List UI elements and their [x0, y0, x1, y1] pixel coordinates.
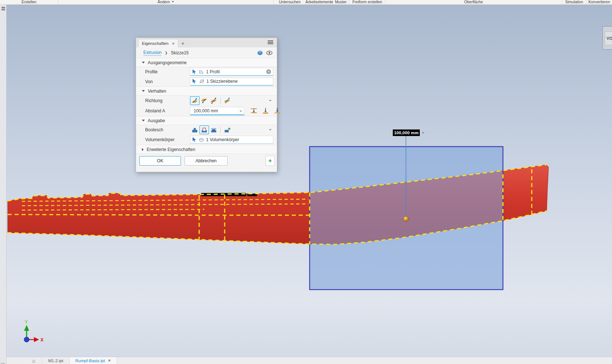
volumenkoerper-label: Volumenkörper	[145, 137, 190, 142]
boolesch-options-caret-icon[interactable]	[269, 129, 272, 131]
section-erweiterte-eigenschaften[interactable]: Erweiterte Eigenschaften	[136, 145, 277, 154]
boolean-join-button[interactable]	[190, 125, 200, 134]
richtung-row: Richtung	[136, 96, 277, 106]
direction-asymmetric-button[interactable]	[222, 96, 232, 105]
clear-selection-icon[interactable]: ✕	[266, 69, 271, 74]
add-tab-button[interactable]: +	[178, 39, 187, 47]
cancel-button[interactable]: Abbrechen	[185, 156, 228, 166]
select-cursor-icon	[192, 79, 197, 84]
panel-menu-icon[interactable]	[268, 40, 273, 44]
section-ausgabe[interactable]: Ausgabe	[136, 116, 277, 125]
y-axis-label: Y	[25, 320, 28, 325]
distance-input[interactable]	[190, 107, 238, 115]
home-tab-icon[interactable]: ⌂	[26, 357, 42, 364]
document-tab-m1-2[interactable]: M1-2.ipt	[42, 357, 70, 364]
von-row: Von 1 Skizzierebene	[136, 77, 277, 86]
corner-chevron-icon	[1, 360, 6, 363]
profile-label: Profile	[145, 69, 190, 74]
profile-selector-field[interactable]: 1 Profil ✕	[190, 68, 273, 76]
collapse-arrow-icon	[142, 62, 145, 63]
document-tab-rumpf-basis[interactable]: Rumpf-Basis.ipt ✕	[70, 357, 117, 364]
profile-geometry-icon	[199, 69, 204, 74]
richtung-options-caret-icon[interactable]	[269, 100, 272, 101]
ok-button[interactable]: OK	[139, 156, 181, 166]
y-axis-arrow-icon	[24, 325, 29, 331]
tab-close-icon[interactable]: ✕	[172, 42, 175, 46]
breadcrumb-sketch-item: Skizze15	[171, 50, 189, 55]
ribbon-group-oberflaeche[interactable]: Oberfläche	[386, 0, 562, 5]
extent-to-surface-button[interactable]	[272, 107, 282, 115]
origin-point-icon	[24, 337, 29, 342]
browser-menu-icon[interactable]	[1, 7, 5, 10]
ribbon-group-muster[interactable]: Muster	[333, 0, 349, 5]
ribbon-group-simulation[interactable]: Simulation	[562, 0, 586, 5]
ribbon-group-konvertieren[interactable]: Konvertieren	[586, 0, 612, 5]
axis-triad: Y X	[24, 320, 43, 342]
boolesch-row: Boolesch	[136, 125, 277, 135]
boolesch-label: Boolesch	[145, 127, 190, 132]
boolean-intersect-button[interactable]	[209, 125, 218, 134]
boolean-new-solid-button[interactable]	[222, 125, 232, 134]
tab-eigenschaften[interactable]: Eigenschaften ✕	[138, 39, 178, 47]
select-cursor-icon	[192, 137, 197, 142]
select-cursor-icon	[192, 69, 197, 74]
distance-field: ▸	[190, 107, 244, 115]
browser-sidebar-collapsed[interactable]	[0, 5, 7, 364]
section-verhalten[interactable]: Verhalten	[136, 86, 277, 96]
document-tab-bar: ⌂ M1-2.ipt Rumpf-Basis.ipt ✕	[7, 357, 612, 364]
add-feature-button[interactable]: +	[266, 156, 275, 166]
volumenkoerper-value: 1 Volumenkörper	[206, 137, 239, 142]
properties-panel: Eigenschaften ✕ + Extrusion ❯ Skizze15	[136, 38, 277, 172]
von-selector-field[interactable]: 1 Skizzierebene	[190, 78, 273, 86]
section-ausgangsgeometrie[interactable]: Ausgangsgeometrie	[136, 58, 277, 67]
sketch-plane-icon	[199, 79, 204, 84]
divider	[220, 97, 221, 104]
breadcrumb-feature-link[interactable]: Extrusion	[143, 50, 162, 56]
viewcube-face-label: VOR	[607, 36, 612, 40]
viewport-scene: Y X	[0, 0, 612, 364]
ribbon-group-freiform[interactable]: Freiform erstellen	[349, 0, 386, 5]
ribbon-strip: Erstellen Ändern Untersuchen Arbeitselem…	[0, 0, 612, 5]
breadcrumb-separator-icon: ❯	[165, 51, 168, 55]
dimension-flyout-icon[interactable]: ▸	[422, 130, 425, 135]
direction-default-button[interactable]	[190, 96, 200, 105]
profile-value: 1 Profil	[206, 69, 220, 74]
direction-flip-button[interactable]	[200, 96, 209, 105]
extent-to-plane-button[interactable]	[261, 107, 270, 115]
dropdown-caret-icon	[172, 1, 174, 3]
ribbon-group-erstellen[interactable]: Erstellen	[0, 0, 58, 5]
dimension-value-label[interactable]: 100,000 mm	[393, 129, 420, 136]
viewcube[interactable]: VOR	[603, 26, 612, 50]
abstand-label: Abstand A	[145, 108, 190, 113]
extent-distance-button[interactable]	[249, 107, 259, 115]
abstand-row: Abstand A ▸	[136, 106, 277, 116]
volumenkoerper-row: Volumenkörper 1 Volumenkörper	[136, 135, 277, 145]
solid-body-icon	[199, 138, 204, 142]
document-tab-close-icon[interactable]: ✕	[108, 359, 111, 363]
extrusion-drag-grip[interactable]	[403, 216, 408, 221]
ribbon-group-arbeitselemente[interactable]: Arbeitselemente	[306, 0, 333, 5]
direction-symmetric-button[interactable]	[209, 96, 218, 105]
inventor-window: Erstellen Ändern Untersuchen Arbeitselem…	[0, 0, 612, 364]
collapse-arrow-icon	[142, 120, 145, 121]
panel-tab-bar: Eigenschaften ✕ +	[136, 38, 277, 47]
ribbon-group-untersuchen[interactable]: Untersuchen	[274, 0, 306, 5]
divider	[220, 127, 221, 133]
distance-flyout-icon[interactable]: ▸	[238, 107, 244, 115]
panel-footer: OK Abbrechen +	[136, 154, 277, 172]
breadcrumb: Extrusion ❯ Skizze15	[136, 47, 277, 58]
visibility-eye-icon[interactable]	[266, 51, 272, 55]
solid-preview-icon[interactable]	[257, 50, 263, 55]
von-value: 1 Skizzierebene	[206, 79, 237, 84]
profile-row: Profile 1 Profil ✕	[136, 67, 277, 77]
volumenkoerper-selector-field[interactable]: 1 Volumenkörper	[190, 136, 273, 144]
richtung-label: Richtung	[145, 98, 190, 103]
x-axis-label: X	[40, 337, 43, 342]
collapse-arrow-icon	[142, 90, 145, 92]
von-label: Von	[145, 79, 190, 84]
expand-arrow-icon	[142, 148, 144, 151]
boolean-cut-button[interactable]	[200, 125, 209, 134]
x-axis-arrow-icon	[34, 337, 39, 342]
ribbon-group-aendern[interactable]: Ändern	[58, 0, 274, 5]
